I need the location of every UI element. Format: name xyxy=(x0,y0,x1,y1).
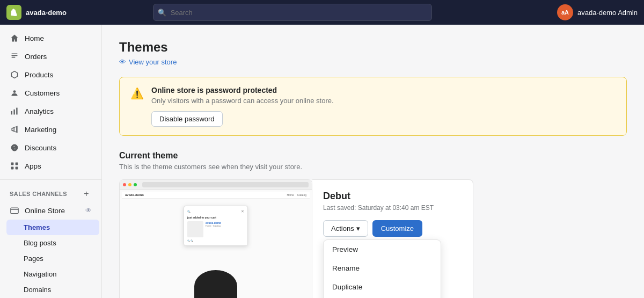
sidebar-item-marketing[interactable]: Marketing xyxy=(2,120,99,139)
fake-product-bottom xyxy=(194,270,237,298)
sidebar-products-label: Products xyxy=(25,71,53,79)
view-store-link[interactable]: 👁 View your store xyxy=(119,58,627,66)
sidebar-item-analytics[interactable]: Analytics xyxy=(2,102,99,120)
products-icon xyxy=(10,70,19,79)
banner-desc: Only visitors with a password can access… xyxy=(151,97,334,105)
topbar: avada-demo 🔍 aA avada-demo Admin xyxy=(0,0,644,25)
sidebar-home-label: Home xyxy=(25,34,44,42)
rename-label: Rename xyxy=(332,264,360,272)
orders-icon xyxy=(10,52,19,61)
fake-nav-bar: avada-demo Home Catalog xyxy=(122,192,310,199)
fake-product-detail: Home · Catalog xyxy=(206,224,244,227)
svg-rect-11 xyxy=(11,208,18,213)
sub-item-themes[interactable]: Themes xyxy=(6,220,99,235)
apps-icon xyxy=(10,161,19,171)
sub-item-domains-label: Domains xyxy=(24,286,51,294)
eye-icon-link: 👁 xyxy=(119,58,126,66)
sidebar-apps-label: Apps xyxy=(25,162,41,170)
theme-info-panel: Debut Last saved: Saturday at 03:40 am E… xyxy=(312,179,473,298)
online-store-label: Online Store xyxy=(25,207,65,215)
search-bar-container: 🔍 xyxy=(153,4,432,21)
sidebar-customers-label: Customers xyxy=(25,89,60,97)
chevron-down-icon: ▾ xyxy=(356,224,360,232)
fake-browser-content: avada-demo Home Catalog 🔍 xyxy=(120,190,312,298)
online-store-group: Online Store 👁 Themes Blog posts Pages N… xyxy=(0,201,101,298)
sidebar-item-discounts[interactable]: Discounts xyxy=(2,139,99,157)
sub-item-navigation-label: Navigation xyxy=(24,270,56,278)
theme-actions-row: Actions ▾ Preview Rename xyxy=(323,220,462,237)
topbar-right: aA avada-demo Admin xyxy=(557,4,638,20)
svg-rect-4 xyxy=(11,111,12,114)
customers-icon xyxy=(10,88,19,98)
sidebar: Home Orders Products Customers Analytics xyxy=(0,25,102,298)
actions-button[interactable]: Actions ▾ xyxy=(323,220,368,237)
store-logo[interactable]: avada-demo xyxy=(6,5,87,20)
fake-dot-red xyxy=(123,183,126,186)
svg-rect-2 xyxy=(11,57,15,58)
eye-icon: 👁 xyxy=(85,207,92,214)
warning-icon: ⚠️ xyxy=(130,87,144,100)
sidebar-item-online-store[interactable]: Online Store 👁 xyxy=(2,201,99,220)
preview-label: Preview xyxy=(332,245,358,253)
svg-rect-8 xyxy=(16,163,18,165)
fake-browser: avada-demo Home Catalog 🔍 xyxy=(120,180,312,298)
discounts-icon xyxy=(10,143,19,152)
svg-rect-9 xyxy=(11,167,14,170)
fake-product-img xyxy=(187,221,203,237)
actions-label: Actions xyxy=(331,224,354,232)
search-input[interactable] xyxy=(153,4,432,21)
sales-channels-label: SALES CHANNELS + xyxy=(0,184,101,201)
dropdown-item-duplicate[interactable]: Duplicate xyxy=(324,278,441,296)
theme-preview-inner: avada-demo Home Catalog 🔍 xyxy=(120,180,312,298)
section-desc: This is the theme customers see when the… xyxy=(119,163,627,171)
svg-rect-10 xyxy=(16,167,18,170)
username-label: avada-demo Admin xyxy=(577,9,638,17)
sidebar-orders-label: Orders xyxy=(25,53,47,61)
sidebar-item-customers[interactable]: Customers xyxy=(2,84,99,102)
fake-popup: 🔍 ✕ just added to your cart avada-demo xyxy=(184,206,248,246)
shopify-icon xyxy=(6,5,21,20)
disable-password-button[interactable]: Disable password xyxy=(151,111,223,127)
sub-item-blog-posts[interactable]: Blog posts xyxy=(6,235,99,251)
add-sales-channel-button[interactable]: + xyxy=(81,188,92,199)
avatar[interactable]: aA xyxy=(557,4,573,20)
view-store-label: View your store xyxy=(129,58,177,66)
dropdown-item-rename[interactable]: Rename xyxy=(324,259,441,278)
current-theme-section: Current theme This is the theme customer… xyxy=(119,151,627,298)
dropdown-item-preview[interactable]: Preview xyxy=(324,240,441,259)
theme-card-area: avada-demo Home Catalog 🔍 xyxy=(119,179,627,298)
search-icon: 🔍 xyxy=(158,9,166,17)
section-title: Current theme xyxy=(119,151,627,161)
sidebar-item-home[interactable]: Home xyxy=(2,29,99,47)
fake-dot-yellow xyxy=(128,183,131,186)
main-layout: Home Orders Products Customers Analytics xyxy=(0,25,644,298)
actions-container: Actions ▾ Preview Rename xyxy=(323,220,368,237)
sidebar-marketing-label: Marketing xyxy=(25,126,56,134)
theme-preview-card: avada-demo Home Catalog 🔍 xyxy=(119,179,312,298)
store-name: avada-demo xyxy=(26,9,67,17)
fake-product-info: avada-demo Home · Catalog xyxy=(206,221,244,237)
theme-name: Debut xyxy=(323,191,462,202)
sub-item-themes-label: Themes xyxy=(24,223,50,231)
svg-rect-5 xyxy=(13,110,14,115)
sub-item-pages[interactable]: Pages xyxy=(6,251,99,266)
actions-dropdown: Preview Rename Duplicate Download theme … xyxy=(323,239,441,298)
fake-nav-logo: avada-demo xyxy=(125,193,144,197)
svg-rect-1 xyxy=(11,55,17,56)
fake-browser-bar xyxy=(120,180,312,190)
sub-item-navigation[interactable]: Navigation xyxy=(6,266,99,282)
banner-title: Online store is password protected xyxy=(151,86,334,95)
sidebar-item-orders[interactable]: Orders xyxy=(2,47,99,66)
sub-item-pages-label: Pages xyxy=(24,255,43,263)
online-store-icon xyxy=(10,206,19,215)
fake-dot-green xyxy=(134,183,137,186)
svg-point-3 xyxy=(13,90,16,93)
page-title: Themes xyxy=(119,40,627,55)
theme-saved: Last saved: Saturday at 03:40 am EST xyxy=(323,204,462,212)
fake-nav-links: Home Catalog xyxy=(287,193,306,197)
sub-item-domains[interactable]: Domains xyxy=(6,282,99,297)
customize-button[interactable]: Customize xyxy=(372,220,422,237)
sidebar-item-apps[interactable]: Apps xyxy=(2,157,99,175)
fake-cart-text: just added to your cart xyxy=(187,216,244,219)
sidebar-item-products[interactable]: Products xyxy=(2,66,99,84)
